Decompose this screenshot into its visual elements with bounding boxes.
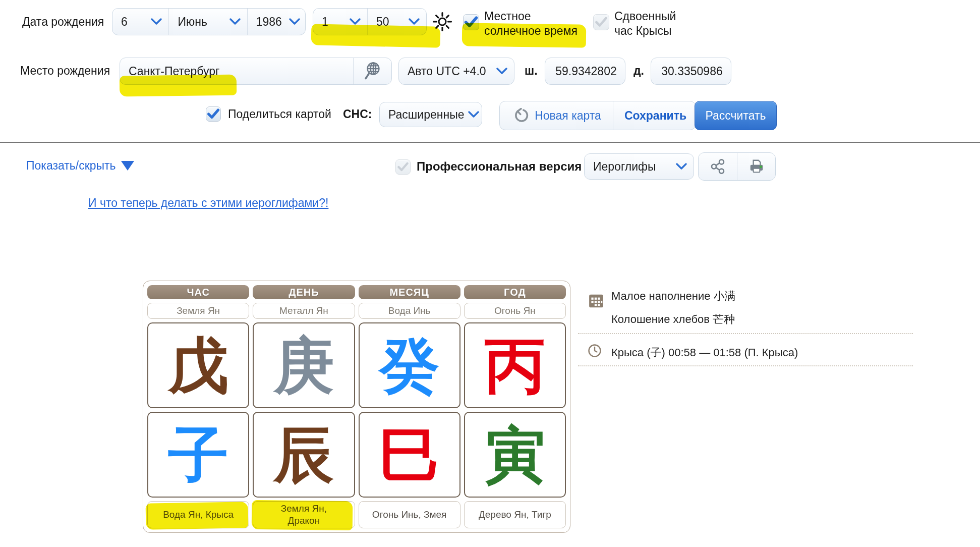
solar-term-major: Колошение хлебов 芒种 xyxy=(611,312,735,327)
longitude-label: д. xyxy=(633,64,644,78)
branch-glyph: 子 xyxy=(168,424,228,485)
share-print-group xyxy=(698,152,776,181)
chart-actions-group: Новая карта Сохранить xyxy=(499,101,696,130)
birthplace-group: Санкт-Петербург xyxy=(120,58,392,85)
bazi-calculator-page: Дата рождения 6 Июнь 1986 1 50 xyxy=(0,0,980,547)
minute-select[interactable]: 50 xyxy=(367,9,426,35)
stem-glyph: 癸 xyxy=(379,335,440,396)
double-rat-line2: час Крысы xyxy=(614,24,671,37)
hour-value: 1 xyxy=(322,15,328,29)
toggle-label: Показать/скрыть xyxy=(26,159,116,173)
stem-glyph: 庚 xyxy=(273,335,334,396)
branch-glyph: 寅 xyxy=(485,424,545,485)
stem-cell: 戊 xyxy=(147,322,249,408)
new-chart-button[interactable]: Новая карта xyxy=(500,101,613,130)
pro-version-checkbox[interactable] xyxy=(395,159,411,175)
bazi-table: ЧАС ДЕНЬ МЕСЯЦ ГОД Земля Ян Металл Ян Во… xyxy=(143,281,570,533)
latitude-input[interactable]: 59.9342802 xyxy=(545,58,625,85)
animal-pill: Вода Ян, Крыса xyxy=(147,501,249,528)
branch-cell: 寅 xyxy=(464,412,566,498)
solar-term-minor: Малое наполнение 小满 xyxy=(611,289,736,304)
globe-search-icon xyxy=(364,61,382,81)
minute-value: 50 xyxy=(376,15,389,29)
month-select[interactable]: Июнь xyxy=(168,9,247,35)
calendar-icon xyxy=(588,293,604,309)
checkmark-icon xyxy=(595,17,607,28)
stem-cell: 庚 xyxy=(253,322,355,408)
chevron-down-icon xyxy=(409,18,420,25)
element-pill: Вода Инь xyxy=(359,303,460,319)
checkmark-icon xyxy=(465,16,478,28)
stem-cell: 丙 xyxy=(464,322,566,408)
double-rat-checkbox[interactable] xyxy=(593,14,609,30)
birthdate-select-group: 6 Июнь 1986 xyxy=(112,8,306,35)
year-select[interactable]: 1986 xyxy=(247,9,305,35)
glyphs-select[interactable]: Иероглифы xyxy=(584,153,694,180)
share-icon xyxy=(710,159,725,174)
stem-glyph: 丙 xyxy=(485,335,545,396)
local-solar-label[interactable]: Местное солнечное время xyxy=(484,9,578,38)
help-link[interactable]: И что теперь делать с этими иероглифами?… xyxy=(88,196,328,210)
pro-version-label: Профессиональная версия xyxy=(417,159,582,174)
chevron-down-icon xyxy=(151,18,162,25)
toggle-link[interactable]: Показать/скрыть xyxy=(26,159,134,173)
element-pill: Огонь Ян xyxy=(464,303,566,319)
day-select[interactable]: 6 xyxy=(112,9,168,35)
longitude-input[interactable]: 30.3350986 xyxy=(651,58,731,85)
clock-icon xyxy=(587,343,602,358)
element-pill: Земля Ян xyxy=(147,303,249,319)
print-button[interactable] xyxy=(737,153,775,180)
element-pill: Металл Ян xyxy=(253,303,355,319)
birthtime-select-group: 1 50 xyxy=(313,8,427,35)
checkmark-icon xyxy=(397,162,409,172)
birthdate-label: Дата рождения xyxy=(22,15,104,29)
branch-cell: 辰 xyxy=(253,412,355,498)
hour-range-text: Крыса (子) 00:58 — 01:58 (П. Крыса) xyxy=(611,345,798,360)
longitude-value: 30.3350986 xyxy=(661,65,723,78)
sun-icon xyxy=(432,11,453,32)
checkmark-icon xyxy=(207,108,219,120)
chevron-down-icon xyxy=(468,111,479,118)
birthplace-label: Место рождения xyxy=(20,64,110,78)
double-rat-label[interactable]: Сдвоенный час Крысы xyxy=(614,9,676,38)
save-label: Сохранить xyxy=(624,109,686,123)
hour-select[interactable]: 1 xyxy=(313,9,367,35)
year-value: 1986 xyxy=(256,15,282,29)
stem-cell: 癸 xyxy=(359,322,460,408)
share-map-label[interactable]: Поделиться картой xyxy=(228,107,331,121)
calculate-label: Рассчитать xyxy=(705,109,766,123)
branch-glyph: 辰 xyxy=(273,424,334,485)
chevron-down-icon xyxy=(676,163,687,170)
animal-pill: Огонь Инь, Змея xyxy=(359,501,460,528)
print-icon xyxy=(748,158,765,175)
chevron-down-icon xyxy=(229,18,241,25)
branch-cell: 巳 xyxy=(359,412,460,498)
latitude-value: 59.9342802 xyxy=(555,65,617,78)
glyphs-value: Иероглифы xyxy=(593,160,656,174)
dotted-divider xyxy=(578,333,913,334)
stem-glyph: 戊 xyxy=(168,335,228,396)
pillar-header-hour: ЧАС xyxy=(147,285,249,299)
day-value: 6 xyxy=(121,15,128,29)
pillar-header-month: МЕСЯЦ xyxy=(359,285,460,299)
save-button[interactable]: Сохранить xyxy=(613,101,696,130)
utc-select[interactable]: Авто UTC +4.0 xyxy=(398,58,514,85)
pillar-header-day: ДЕНЬ xyxy=(253,285,355,299)
branch-cell: 子 xyxy=(147,412,249,498)
section-divider xyxy=(0,142,980,143)
calculate-button[interactable]: Рассчитать xyxy=(695,101,777,130)
local-solar-line1: Местное xyxy=(484,10,531,23)
local-solar-line2: солнечное время xyxy=(484,24,578,37)
new-chart-label: Новая карта xyxy=(535,109,601,123)
share-map-checkbox[interactable] xyxy=(206,106,221,122)
globe-search-button[interactable] xyxy=(353,58,391,84)
latitude-label: ш. xyxy=(525,64,538,78)
dotted-divider xyxy=(578,365,913,366)
local-solar-checkbox[interactable] xyxy=(463,14,479,30)
pillar-header-year: ГОД xyxy=(464,285,566,299)
undo-icon xyxy=(513,108,529,123)
cnc-select[interactable]: Расширенные xyxy=(379,102,482,127)
month-value: Июнь xyxy=(178,15,207,29)
share-button[interactable] xyxy=(699,153,737,180)
birthplace-input[interactable]: Санкт-Петербург xyxy=(120,58,353,84)
